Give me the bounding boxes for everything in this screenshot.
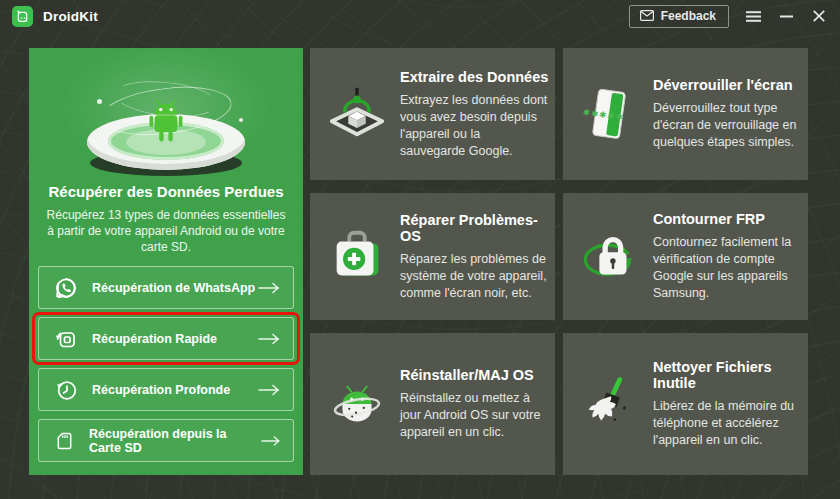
repair-os-icon [326, 226, 388, 288]
close-button[interactable] [810, 7, 828, 25]
card-title: Contourner FRP [653, 211, 802, 227]
deep-recovery-icon [53, 377, 79, 403]
droidkit-logo-icon [12, 6, 33, 27]
reinstall-os-icon [326, 373, 388, 435]
button-whatsapp-recovery[interactable]: Récupération de WhatsApp [38, 266, 294, 309]
card-bypass-frp[interactable]: Contourner FRP Contournez facilement la … [563, 193, 808, 320]
envelope-icon [640, 10, 654, 21]
titlebar: DroidKit Feedback [0, 0, 840, 32]
card-title: Déverrouiller l'écran [653, 77, 802, 93]
button-sdcard-recovery[interactable]: Récupération depuis la Carte SD [38, 419, 294, 462]
card-description: Réinstallez ou mettez à jour Android OS … [400, 390, 549, 441]
arrow-right-icon [261, 435, 280, 447]
bypass-frp-icon [579, 226, 641, 288]
card-unlock-screen[interactable]: ✱✱✱✱✱ Déverrouiller l'écran Déverrouille… [563, 48, 808, 180]
android-podium-illustration [29, 56, 303, 174]
orbit-dot [239, 118, 243, 122]
arrow-right-icon [258, 333, 280, 345]
feedback-button[interactable]: Feedback [629, 5, 729, 28]
card-title: Extraire des Données [400, 69, 549, 85]
card-title: Nettoyer Fichiers Inutile [653, 359, 802, 391]
card-description: Extrayez les données dont vous avez beso… [400, 92, 549, 160]
card-description: Libérez de la mémoire du téléphone et ac… [653, 398, 802, 449]
minimize-button[interactable] [777, 7, 795, 25]
button-label: Récupération de WhatsApp [92, 281, 255, 295]
arrow-right-icon [258, 384, 280, 396]
feature-cards-grid: Extraire des Données Extrayez les donnée… [310, 48, 808, 475]
card-clean-junk[interactable]: Nettoyer Fichiers Inutile Libérez de la … [563, 333, 808, 475]
card-title: Réparer Problèmes-OS [400, 212, 549, 244]
droidkit-window: DroidKit Feedback [0, 0, 840, 499]
quick-recovery-icon [53, 326, 79, 352]
card-description: Déverrouillez tout type d'écran de verro… [653, 100, 802, 151]
feedback-label: Feedback [661, 9, 716, 23]
card-description: Contournez facilement la vérification de… [653, 234, 802, 302]
button-deep-recovery[interactable]: Récupération Profonde [38, 368, 294, 411]
whatsapp-icon [53, 275, 79, 301]
card-extract-data[interactable]: Extraire des Données Extrayez les donnée… [310, 48, 555, 180]
button-quick-recovery[interactable]: Récupération Rapide [38, 317, 294, 360]
arrow-right-icon [258, 282, 280, 294]
menu-button[interactable] [744, 7, 762, 25]
card-repair-os[interactable]: Réparer Problèmes-OS Réparez les problèm… [310, 193, 555, 320]
recovery-buttons: Récupération de WhatsApp Récupération Ra… [38, 266, 294, 462]
button-label: Récupération Profonde [92, 383, 230, 397]
unlock-screen-icon: ✱✱✱✱✱ [579, 83, 641, 145]
android-robot-icon [143, 96, 189, 144]
card-title: Réinstaller/MAJ OS [400, 367, 549, 383]
app-title: DroidKit [43, 9, 98, 24]
orbit-dot [97, 99, 102, 104]
button-label: Récupération depuis la Carte SD [89, 427, 261, 455]
clean-junk-icon [579, 373, 641, 435]
card-description: Réparez les problèmes de système de votr… [400, 251, 549, 302]
panel-description: Récupérez 13 types de données essentiell… [29, 207, 303, 255]
sd-card-icon [53, 428, 76, 454]
panel-title: Récupérer des Données Perdues [29, 183, 303, 200]
card-reinstall-os[interactable]: Réinstaller/MAJ OS Réinstallez ou mettez… [310, 333, 555, 475]
button-label: Récupération Rapide [92, 332, 217, 346]
recover-data-panel: Récupérer des Données Perdues Récupérez … [29, 48, 303, 475]
extract-data-icon [326, 83, 388, 145]
